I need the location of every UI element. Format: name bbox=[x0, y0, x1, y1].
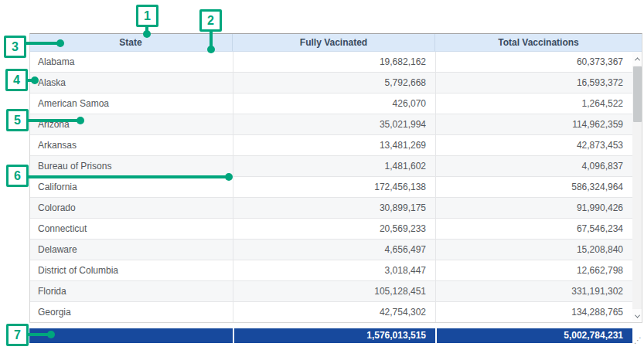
column-divider bbox=[233, 52, 233, 323]
fully-vaccinated-cell: 5,792,668 bbox=[233, 73, 435, 93]
fully-vaccinated-cell: 35,021,994 bbox=[233, 114, 435, 134]
table-row[interactable]: Florida 105,128,451 331,191,302 bbox=[29, 281, 632, 302]
callout-1-marker: 1 bbox=[136, 5, 158, 27]
callout-6-marker: 6 bbox=[6, 165, 29, 187]
table-body: Alabama 19,682,162 60,373,367 Alaska 5,7… bbox=[29, 52, 632, 323]
state-cell: Alabama bbox=[29, 52, 233, 72]
callout-3-connector bbox=[25, 42, 61, 45]
callout-3-dot bbox=[56, 39, 64, 47]
table-row[interactable]: California 172,456,138 586,324,964 bbox=[29, 177, 632, 198]
callout-3-marker: 3 bbox=[4, 36, 26, 58]
scroll-up-button[interactable] bbox=[632, 52, 642, 66]
total-vaccinations-cell: 67,546,234 bbox=[435, 219, 632, 239]
fully-vaccinated-cell: 4,656,497 bbox=[233, 240, 435, 260]
scroll-down-button[interactable] bbox=[632, 309, 642, 323]
column-header-total-vaccinations[interactable]: Total Vaccinations bbox=[435, 34, 642, 51]
state-cell: District of Columbia bbox=[29, 260, 233, 280]
callout-7-marker: 7 bbox=[6, 324, 29, 346]
callout-5-connector bbox=[27, 119, 80, 122]
column-header-fully-vaccinated[interactable]: Fully Vacinated bbox=[233, 34, 435, 51]
table-row[interactable]: Arizona 35,021,994 114,962,359 bbox=[29, 114, 632, 135]
resize-grip-icon[interactable]: ⋰ bbox=[634, 337, 642, 345]
table-row[interactable]: Bureau of Prisons 1,481,602 4,096,837 bbox=[29, 156, 632, 177]
callout-6-connector bbox=[27, 175, 228, 178]
callout-2-marker: 2 bbox=[199, 9, 222, 32]
total-vaccinations-cell: 1,264,522 bbox=[435, 93, 632, 114]
state-cell: Florida bbox=[29, 281, 233, 301]
total-vaccinations-cell: 114,962,359 bbox=[435, 114, 632, 134]
state-cell: Connecticut bbox=[29, 219, 233, 239]
table-row[interactable]: Alaska 5,792,668 16,593,372 bbox=[29, 73, 632, 93]
total-vaccinations-cell: 91,990,426 bbox=[435, 198, 632, 218]
column-divider bbox=[435, 52, 436, 323]
callout-7-dot bbox=[47, 331, 55, 338]
fully-vaccinated-cell: 30,899,175 bbox=[233, 198, 435, 218]
total-vaccinations-cell: 134,288,765 bbox=[435, 302, 632, 322]
screenshot-canvas: State Fully Vacinated Total Vaccinations… bbox=[0, 0, 644, 350]
total-vaccinations-cell: 60,373,367 bbox=[435, 52, 632, 72]
fully-vaccinated-cell: 105,128,451 bbox=[233, 281, 435, 301]
totals-state-cell bbox=[29, 328, 233, 343]
total-vaccinations-cell: 42,873,453 bbox=[435, 135, 632, 155]
fully-vaccinated-cell: 426,070 bbox=[233, 93, 435, 114]
total-vaccinations-cell: 586,324,964 bbox=[435, 177, 632, 197]
state-cell: Bureau of Prisons bbox=[29, 156, 233, 176]
table-row[interactable]: Connecticut 20,569,233 67,546,234 bbox=[29, 219, 632, 240]
callout-5-dot bbox=[77, 117, 84, 124]
totals-fully-vaccinated-cell: 1,576,013,515 bbox=[233, 328, 435, 343]
table-row[interactable]: District of Columbia 3,018,447 12,662,79… bbox=[29, 260, 632, 281]
totals-row: 1,576,013,515 5,002,784,231 bbox=[29, 328, 632, 343]
table-row[interactable]: American Samoa 426,070 1,264,522 bbox=[29, 93, 632, 114]
fully-vaccinated-cell: 3,018,447 bbox=[233, 260, 435, 280]
total-vaccinations-cell: 4,096,837 bbox=[435, 156, 632, 176]
callout-4-dot bbox=[31, 76, 39, 84]
total-vaccinations-cell: 15,208,840 bbox=[435, 240, 632, 260]
total-vaccinations-cell: 331,191,302 bbox=[435, 281, 632, 301]
fully-vaccinated-cell: 20,569,233 bbox=[233, 219, 435, 239]
state-cell: Colorado bbox=[29, 198, 233, 218]
table-row[interactable]: Delaware 4,656,497 15,208,840 bbox=[29, 240, 632, 260]
fully-vaccinated-cell: 42,754,302 bbox=[233, 302, 435, 322]
totals-total-vaccinations-cell: 5,002,784,231 bbox=[435, 328, 632, 343]
table-row[interactable]: Colorado 30,899,175 91,990,426 bbox=[29, 198, 632, 219]
total-vaccinations-cell: 12,662,798 bbox=[435, 260, 632, 280]
state-cell: California bbox=[29, 177, 233, 197]
table-row[interactable]: Arkansas 13,481,269 42,873,453 bbox=[29, 135, 632, 156]
state-cell: Alaska bbox=[29, 73, 233, 93]
chevron-up-icon bbox=[635, 57, 640, 63]
vertical-scrollbar[interactable] bbox=[632, 52, 642, 323]
total-vaccinations-cell: 16,593,372 bbox=[435, 73, 632, 93]
state-cell: Arizona bbox=[29, 114, 233, 134]
state-cell: Delaware bbox=[29, 240, 233, 260]
callout-2-dot bbox=[207, 46, 215, 53]
callout-5-marker: 5 bbox=[6, 109, 29, 131]
callout-4-marker: 4 bbox=[5, 69, 28, 91]
fully-vaccinated-cell: 13,481,269 bbox=[233, 135, 435, 155]
table-header-row: State Fully Vacinated Total Vaccinations bbox=[29, 33, 642, 52]
fully-vaccinated-cell: 1,481,602 bbox=[233, 156, 435, 176]
scrollbar-thumb[interactable] bbox=[633, 66, 642, 122]
state-cell: Georgia bbox=[29, 302, 233, 322]
chevron-down-icon bbox=[635, 312, 640, 318]
state-cell: Arkansas bbox=[29, 135, 233, 155]
callout-6-dot bbox=[225, 173, 233, 181]
state-cell: American Samoa bbox=[29, 93, 233, 114]
callout-1-dot bbox=[143, 30, 151, 38]
fully-vaccinated-cell: 172,456,138 bbox=[233, 177, 435, 197]
fully-vaccinated-cell: 19,682,162 bbox=[233, 52, 435, 72]
table-row[interactable]: Alabama 19,682,162 60,373,367 bbox=[29, 52, 632, 73]
table-row[interactable]: Georgia 42,754,302 134,288,765 bbox=[29, 302, 632, 323]
